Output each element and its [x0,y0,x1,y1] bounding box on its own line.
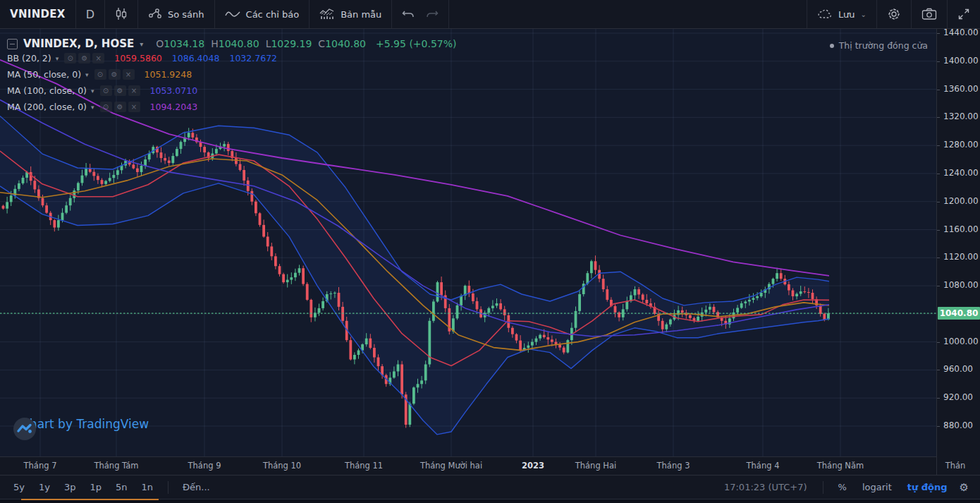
price-axis[interactable]: 1440.001400.001360.001320.001280.001240.… [936,29,980,475]
symbol-search-button[interactable]: VNINDEX [0,0,76,28]
indicators-label: Các chỉ báo [246,9,300,20]
price-tick: 1080.00 [937,280,980,290]
legend-symbol-title[interactable]: VNINDEX, D, HOSE [23,37,134,50]
legend-collapse-button[interactable] [7,39,18,49]
log-scale-button[interactable]: logarit [856,480,898,495]
bottom-accent-bar [21,499,159,500]
indicator-row[interactable]: MA (100, close, 0) ▾ ⊙ ⚙ ×1053.0710 [7,83,457,99]
chart-settings-button[interactable] [876,0,911,28]
price-tick: 1200.00 [937,196,980,206]
market-status-label: Thị trường đóng cửa [839,40,928,51]
divider [823,481,823,494]
indicator-chevron-down-icon: ▾ [85,71,89,78]
chart-legend: VNINDEX, D, HOSE ▾ O1034.18H1040.80L1029… [7,37,457,115]
range-button-3p[interactable]: 3p [58,480,82,495]
time-tick: Tháng 10 [263,461,301,471]
compare-label: So sánh [168,9,204,20]
auto-scale-button[interactable]: tự động [901,480,954,495]
indicator-name[interactable]: BB (20, 2) [7,53,51,63]
indicator-row[interactable]: MA (50, close, 0) ▾ ⊙ ⚙ ×1051.9248 [7,66,457,83]
templates-label: Bản mẫu [341,9,381,20]
snapshot-button[interactable] [911,0,947,28]
price-tick: 1440.00 [937,28,980,37]
price-tick: 1360.00 [937,84,980,94]
indicator-visibility-button[interactable]: ⊙ [94,69,106,80]
time-tick: Tháng 7 [24,461,57,471]
ohlc-value: O1034.18 [156,38,204,49]
indicator-value: 1059.5860 [114,53,162,63]
save-label: Lưu [838,9,855,20]
indicator-visibility-button[interactable]: ⊙ [100,102,112,112]
undo-redo-group [392,0,449,28]
save-layout-button[interactable]: Lưu ⌄ [807,0,876,28]
tradingview-attribution[interactable]: Chart by TradingView [13,417,149,431]
templates-icon [319,8,335,20]
range-button-5y[interactable]: 5y [7,480,31,495]
goto-date-button[interactable]: Đến... [177,480,216,495]
time-tick: Tháng 3 [657,461,690,471]
indicator-remove-button[interactable]: × [128,85,140,96]
time-tick: Tháng Năm [817,461,864,471]
range-button-1n[interactable]: 1n [135,480,160,495]
save-chevron-down-icon[interactable]: ⌄ [861,11,866,18]
price-tick: 1120.00 [937,252,980,262]
indicators-icon [225,8,240,20]
indicator-name[interactable]: MA (200, close, 0) [7,102,87,112]
watermark-label: Chart by TradingView [21,417,149,431]
interval-button[interactable]: D [76,0,105,28]
indicator-values: 1094.2043 [150,102,198,112]
indicator-visibility-button[interactable]: ⊙ [100,85,112,96]
indicator-settings-button[interactable]: ⚙ [78,53,90,63]
symbol-name: VNINDEX [10,8,66,20]
fullscreen-icon [957,8,970,20]
ohlc-value: H1040.80 [211,38,259,49]
range-button-1y[interactable]: 1y [32,480,56,495]
indicator-value: 1053.0710 [150,85,198,96]
legend-chevron-down-icon[interactable]: ▾ [140,40,143,48]
indicator-visibility-button[interactable]: ⊙ [64,53,76,63]
indicator-settings-button[interactable]: ⚙ [114,102,126,112]
price-tick: 960.00 [937,364,980,374]
range-button-5n[interactable]: 5n [109,480,134,495]
indicator-settings-button[interactable]: ⚙ [114,85,126,96]
percent-scale-button[interactable]: % [832,480,853,495]
indicators-button[interactable]: Các chỉ báo [215,0,310,28]
templates-button[interactable]: Bản mẫu [310,0,392,28]
last-price-label: 1040.80 [938,307,980,320]
compare-button[interactable]: So sánh [138,0,215,28]
scale-settings-gear-icon[interactable]: ⚙ [957,481,972,494]
time-tick: Tháng Tám [94,461,139,471]
indicator-row[interactable]: BB (20, 2) ▾ ⊙ ⚙ ×1059.58601086.40481032… [7,50,457,66]
indicator-value: 1086.4048 [172,53,220,63]
indicator-name[interactable]: MA (100, close, 0) [7,85,87,96]
market-status-dot-icon [830,44,834,48]
time-tick: Tháng 11 [345,461,383,471]
time-axis[interactable]: Tháng 7Tháng TámTháng 9Tháng 10Tháng 11T… [0,456,936,475]
indicator-remove-button[interactable]: × [123,69,135,80]
indicator-chevron-down-icon: ▾ [91,104,94,111]
market-status[interactable]: Thị trường đóng cửa [830,40,928,51]
cloud-save-icon [817,8,833,20]
range-button-1p[interactable]: 1p [83,480,108,495]
indicator-remove-button[interactable]: × [128,102,140,112]
price-tick: 1400.00 [937,56,980,66]
indicator-tools: ⊙ ⚙ × [94,69,135,80]
bottom-edge-strip [0,499,980,503]
price-tick: 1000.00 [937,337,980,346]
bottom-toolbar: 5y1y3p1p5n1n Đến... 17:01:23 (UTC+7) % l… [0,475,980,499]
legend-symbol-row: VNINDEX, D, HOSE ▾ O1034.18H1040.80L1029… [7,37,457,50]
compare-icon [148,7,162,21]
chart-style-button[interactable] [105,0,138,28]
indicator-tools: ⊙ ⚙ × [64,53,104,63]
clock[interactable]: 17:01:23 (UTC+7) [717,482,814,492]
indicator-remove-button[interactable]: × [92,53,104,63]
redo-button[interactable] [426,9,439,19]
indicator-settings-button[interactable]: ⚙ [109,69,121,80]
indicator-row[interactable]: MA (200, close, 0) ▾ ⊙ ⚙ ×1094.2043 [7,99,457,115]
price-chart[interactable]: Thị trường đóng cửa VNINDEX, D, HOSE ▾ O… [0,29,936,456]
indicator-name[interactable]: MA (50, close, 0) [7,69,81,80]
ohlc-value: L1029.19 [266,38,312,49]
undo-button[interactable] [402,9,415,19]
price-tick: 880.00 [937,420,980,430]
fullscreen-button[interactable] [947,0,980,28]
